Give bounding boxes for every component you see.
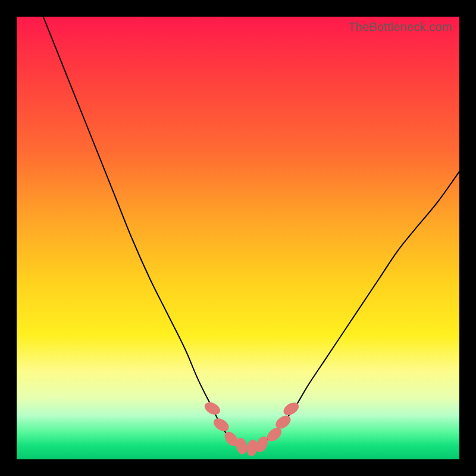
bead-group [202, 400, 301, 457]
left-curve [43, 17, 247, 448]
bead [211, 416, 231, 434]
chart-frame: TheBottleneck.com [0, 0, 476, 476]
curve-layer [17, 17, 459, 459]
plot-area: TheBottleneck.com [17, 17, 459, 459]
right-curve [247, 171, 459, 447]
bead [202, 400, 222, 417]
